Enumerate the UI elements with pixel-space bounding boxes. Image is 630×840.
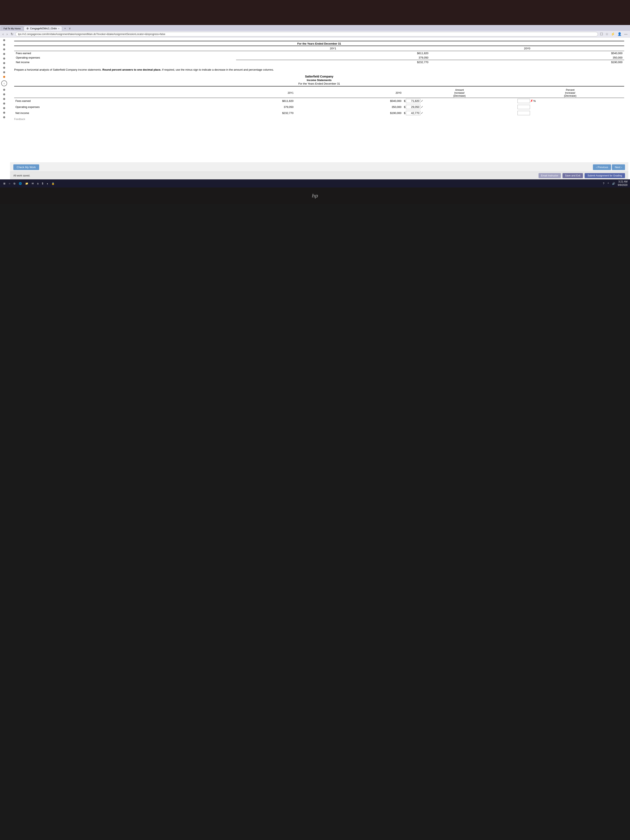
ref-row-netincome: Net income $232,770 $190,000 bbox=[14, 60, 624, 65]
ref-net-val0: $190,000 bbox=[430, 60, 624, 65]
instructions-content: Prepare a horizontal analysis of Satterf… bbox=[14, 68, 274, 71]
analysis-fees-pct-cell: ✗ % bbox=[516, 98, 624, 104]
analysis-period: For the Years Ended December 31 bbox=[14, 82, 624, 87]
sidebar-dot-9 bbox=[3, 89, 5, 91]
fees-pct-sign: % bbox=[533, 99, 536, 103]
analysis-fees-val1: $611,820 bbox=[187, 98, 295, 104]
next-label: Next bbox=[615, 166, 621, 169]
opex-dollar-sign: $ bbox=[404, 106, 406, 109]
net-amount-input[interactable] bbox=[406, 111, 420, 115]
previous-button[interactable]: ‹ Previous bbox=[593, 164, 611, 170]
windows-taskbar: ⊞ ○ ⧉ 🌐 📁 ✉ a $ ⬧ 🔒 ? ^ 🔊 3:21 AM 9/9/20… bbox=[0, 179, 630, 188]
tab-bar: Fall Te My Home ⚙ CengageNOWv2 | Onlin ×… bbox=[0, 25, 630, 31]
prev-chevron: ‹ bbox=[596, 166, 597, 169]
taskbar-sound-icon[interactable]: 🔊 bbox=[611, 182, 616, 185]
fees-amount-input[interactable] bbox=[406, 99, 420, 103]
analysis-net-val1: $232,770 bbox=[187, 110, 295, 116]
analysis-net-val0: $190,000 bbox=[295, 110, 403, 116]
save-and-exit-button[interactable]: Save and Exit bbox=[562, 173, 583, 178]
tab-inactive[interactable]: Fall Te My Home bbox=[1, 26, 23, 31]
ref-row-fees: Fees earned $611,820 $540,000 bbox=[14, 51, 624, 55]
net-pct-input[interactable] bbox=[518, 111, 530, 115]
sidebar-dot-13 bbox=[3, 107, 5, 109]
analysis-col-year1: 20Y1 bbox=[187, 88, 295, 98]
net-dollar-sign: $ bbox=[404, 112, 406, 115]
bookmark-button[interactable]: ☐ bbox=[599, 32, 604, 36]
sidebar-dot-6 bbox=[3, 62, 5, 64]
taskbar-app-icon-3[interactable]: ⬧ bbox=[46, 182, 49, 185]
dark-background-bottom: hp bbox=[0, 188, 630, 204]
email-instructor-label: Email Instructor bbox=[541, 174, 558, 177]
bookmark-star[interactable]: ☆ bbox=[605, 32, 609, 36]
analysis-row-opex: Operating expenses 379,050 350,000 $ ✓ bbox=[14, 104, 624, 110]
address-input[interactable]: tps://v2.cengagenow.com/ilrn/takeAssignm… bbox=[16, 32, 598, 36]
analysis-row-fees: Fees earned $611,820 $540,000 $ ✓ bbox=[14, 98, 624, 104]
new-tab-button[interactable]: + bbox=[63, 26, 68, 31]
forward-button[interactable]: › bbox=[6, 32, 8, 36]
analysis-col-percent: Percent Increase/ (Decrease) bbox=[516, 88, 624, 98]
main-content-area: For the Years Ended December 31 20Y1 20Y… bbox=[8, 38, 630, 179]
email-instructor-button[interactable]: Email Instructor bbox=[538, 173, 561, 178]
analysis-opex-amount-cell: $ ✓ bbox=[403, 104, 516, 110]
refresh-button[interactable]: ↻ bbox=[10, 32, 14, 36]
start-button[interactable]: ⊞ bbox=[3, 182, 6, 185]
analysis-net-amount-cell: $ ✓ bbox=[403, 110, 516, 116]
taskbar-browser-icon[interactable]: 🌐 bbox=[18, 182, 23, 185]
profile-button[interactable]: 👤 bbox=[617, 32, 622, 36]
analysis-col-label bbox=[14, 88, 187, 98]
taskbar-app-icon-4[interactable]: 🔒 bbox=[51, 182, 55, 185]
opex-pct-input[interactable] bbox=[518, 105, 530, 109]
ref-col-year1: 20Y1 bbox=[236, 46, 430, 51]
ref-opex-label: Operating expenses bbox=[14, 55, 236, 60]
taskbar-app-icon-1[interactable]: a bbox=[36, 182, 39, 185]
sidebar-dot-11 bbox=[3, 98, 5, 100]
back-button[interactable]: ‹ bbox=[2, 32, 5, 36]
tab-close-button[interactable]: × bbox=[58, 27, 59, 30]
fees-amount-checkmark: ✓ bbox=[421, 99, 423, 103]
analysis-fees-label: Fees earned bbox=[14, 98, 187, 104]
taskbar-mail-icon[interactable]: ✉ bbox=[31, 182, 35, 185]
submit-label: Submit Assignment for Grading bbox=[587, 174, 622, 177]
analysis-section: Satterfield Company Income Statements Fo… bbox=[14, 75, 624, 121]
taskbar-question-icon[interactable]: ? bbox=[602, 182, 605, 185]
content-wrapper: For the Years Ended December 31 20Y1 20Y… bbox=[10, 38, 628, 163]
analysis-opex-val1: 379,050 bbox=[187, 104, 295, 110]
minimize-button[interactable]: — bbox=[623, 32, 628, 36]
taskbar-network-icon[interactable]: ^ bbox=[607, 182, 610, 185]
ref-row-opex: Operating expenses 379,050 350,000 bbox=[14, 55, 624, 60]
sidebar-dot-2 bbox=[3, 44, 5, 46]
sidebar-dot-14 bbox=[3, 112, 5, 114]
reference-table-title: For the Years Ended December 31 bbox=[14, 41, 624, 45]
hp-logo: hp bbox=[312, 193, 318, 199]
ref-col-year0: 20Y0 bbox=[430, 46, 624, 51]
feedback-label: Feedback bbox=[14, 118, 25, 121]
tab-active[interactable]: ⚙ CengageNOWv2 | Onlin × bbox=[24, 26, 62, 31]
analysis-table: 20Y1 20Y0 Amount Increase/ (Decrease) Pe… bbox=[14, 88, 624, 116]
check-my-work-button[interactable]: Check My Work bbox=[13, 164, 39, 170]
sidebar-dot-12 bbox=[3, 103, 5, 104]
ref-net-val1: $232,770 bbox=[236, 60, 430, 65]
address-text: tps://v2.cengagenow.com/ilrn/takeAssignm… bbox=[18, 33, 166, 36]
status-action-buttons: Email Instructor Save and Exit Submit As… bbox=[538, 173, 625, 178]
taskbar-folder-icon[interactable]: 📁 bbox=[24, 182, 29, 185]
taskbar-app-icon-2[interactable]: $ bbox=[41, 182, 44, 185]
main-page: ‹ For the Years Ended December 31 20Y1 2… bbox=[0, 38, 630, 179]
ref-fees-label: Fees earned bbox=[14, 51, 236, 55]
opex-amount-input[interactable] bbox=[406, 105, 420, 109]
submit-assignment-button[interactable]: Submit Assignment for Grading bbox=[584, 173, 625, 178]
sidebar-dot-3 bbox=[3, 48, 5, 51]
analysis-opex-pct-cell bbox=[516, 104, 624, 110]
task-view-icon[interactable]: ⧉ bbox=[13, 182, 16, 185]
extension-button[interactable]: ⚡ bbox=[610, 32, 616, 36]
clock-time: 3:21 AM bbox=[618, 180, 627, 183]
search-icon[interactable]: ○ bbox=[8, 182, 11, 185]
fees-pct-input[interactable] bbox=[518, 99, 530, 103]
back-arrow-button[interactable]: ‹ bbox=[1, 81, 7, 86]
sidebar-dot-10 bbox=[3, 93, 5, 95]
dark-background-top bbox=[0, 0, 630, 25]
next-button[interactable]: Next › bbox=[612, 164, 625, 170]
save-exit-label: Save and Exit bbox=[565, 174, 580, 177]
sidebar-dot-4 bbox=[3, 53, 5, 55]
analysis-net-label: Net income bbox=[14, 110, 187, 116]
ref-fees-val1: $611,820 bbox=[236, 51, 430, 55]
